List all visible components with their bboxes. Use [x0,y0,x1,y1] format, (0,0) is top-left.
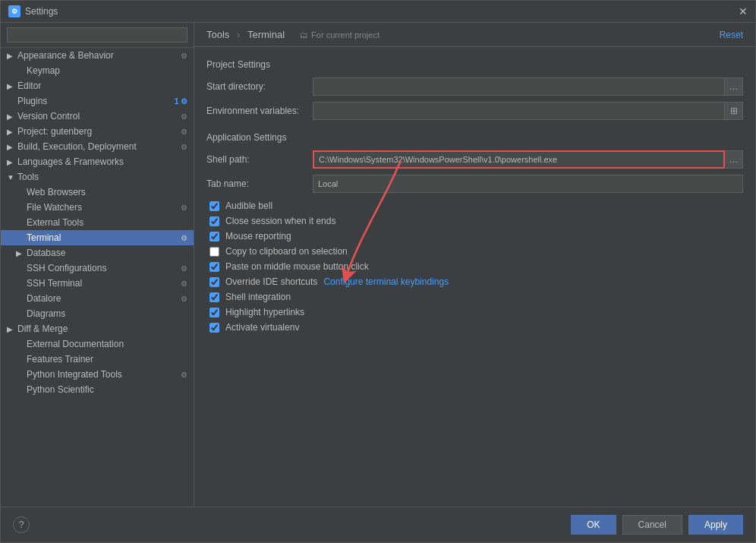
for-project-label: 🗂 For current project [300,30,380,39]
sidebar-item-python-integrated[interactable]: Python Integrated Tools ⚙ [1,367,194,382]
activate-virtualenv-checkbox[interactable] [209,323,219,333]
sidebar-item-ssh-terminal[interactable]: SSH Terminal ⚙ [1,276,194,291]
arrow-icon: ▶ [7,112,14,121]
sidebar-label: Project: gutenberg [17,126,92,137]
shell-integration-checkbox[interactable] [209,292,219,302]
sidebar-label: Features Trainer [27,354,93,365]
mouse-reporting-row: Mouse reporting [206,231,743,242]
breadcrumb-root: Tools [206,29,229,40]
environment-variables-input[interactable] [313,102,725,120]
sidebar-label: Web Browsers [27,187,86,197]
arrow-icon: ▶ [7,82,14,90]
sidebar-label: Editor [17,81,41,91]
arrow-spacer [16,234,24,242]
sidebar-item-ssh-configurations[interactable]: SSH Configurations ⚙ [1,260,194,276]
application-settings-section: Application Settings Shell path: … Tab n… [206,132,743,333]
settings-icon: ⚙ [181,112,187,121]
arrow-icon: ▶ [7,158,14,166]
mouse-reporting-label: Mouse reporting [225,231,291,242]
override-ide-checkbox[interactable] [209,277,219,287]
settings-icon: ⚙ [181,128,187,136]
sidebar-label: Database [27,248,65,258]
audible-bell-checkbox[interactable] [209,201,219,211]
reset-button[interactable]: Reset [720,30,743,40]
sidebar-label: Diff & Merge [17,324,68,334]
arrow-spacer [16,279,24,288]
arrow-spacer [16,340,24,349]
arrow-spacer [16,295,24,303]
settings-icon: ⚙ [181,264,187,273]
search-input[interactable] [7,27,187,43]
sidebar-label: Appearance & Behavior [17,50,114,61]
sidebar-label: Python Scientific [27,384,94,395]
sidebar-item-diff-merge[interactable]: ▶ Diff & Merge [1,321,194,336]
sidebar-item-diagrams[interactable]: Diagrams [1,306,194,321]
sidebar-item-languages[interactable]: ▶ Languages & Frameworks [1,154,194,169]
copy-clipboard-row: Copy to clipboard on selection [206,246,743,257]
content-area: ▶ Appearance & Behavior ⚙ Keymap ▶ Edito… [1,23,755,507]
sidebar-item-file-watchers[interactable]: File Watchers ⚙ [1,200,194,215]
tab-name-row: Tab name: [206,175,743,193]
cancel-button[interactable]: Cancel [622,515,682,535]
sidebar-label: Languages & Frameworks [17,156,124,167]
close-session-checkbox[interactable] [209,216,219,226]
arrow-icon: ▶ [16,249,24,257]
sidebar-item-web-browsers[interactable]: Web Browsers [1,185,194,200]
sidebar-item-external-docs[interactable]: External Documentation [1,336,194,352]
arrow-spacer [16,264,24,273]
arrow-icon: ▶ [7,128,14,136]
copy-clipboard-checkbox[interactable] [209,247,219,257]
sidebar-item-build[interactable]: ▶ Build, Execution, Deployment ⚙ [1,139,194,154]
sidebar-item-datalore[interactable]: Datalore ⚙ [1,291,194,306]
sidebar-label: Python Integrated Tools [27,369,122,380]
override-ide-row: Override IDE shortcuts Configure termina… [206,276,743,287]
sidebar-label: Version Control [17,111,80,122]
sidebar-item-features-trainer[interactable]: Features Trainer [1,352,194,367]
sidebar-item-tools[interactable]: ▼ Tools [1,169,194,185]
sidebar-item-external-tools[interactable]: External Tools [1,215,194,230]
sidebar-item-database[interactable]: ▶ Database [1,245,194,260]
environment-variables-browse-button[interactable]: ⊞ [725,102,743,120]
sidebar-item-editor[interactable]: ▶ Editor [1,78,194,93]
app-icon: ⚙ [8,5,20,17]
audible-bell-row: Audible bell [206,200,743,211]
settings-icon: ⚙ [181,204,187,212]
shell-path-label: Shell path: [206,154,313,165]
tab-name-label: Tab name: [206,178,313,189]
mouse-reporting-checkbox[interactable] [209,232,219,242]
ok-button[interactable]: OK [571,515,616,535]
environment-variables-row: Environment variables: ⊞ [206,102,743,120]
help-button[interactable]: ? [13,516,30,533]
sidebar-item-python-scientific[interactable]: Python Scientific [1,382,194,397]
configure-keybindings-link[interactable]: Configure terminal keybindings [323,276,449,287]
sidebar-item-keymap[interactable]: Keymap [1,63,194,78]
bottom-bar: ? OK Cancel Apply [1,507,755,542]
sidebar-item-terminal[interactable]: Terminal ⚙ [1,230,194,245]
highlight-hyperlinks-row: Highlight hyperlinks [206,307,743,317]
paste-middle-row: Paste on middle mouse button click [206,261,743,272]
start-directory-browse-button[interactable]: … [725,77,743,96]
close-session-label: Close session when it ends [225,216,335,226]
sidebar-item-appearance[interactable]: ▶ Appearance & Behavior ⚙ [1,48,194,63]
paste-middle-checkbox[interactable] [209,262,219,272]
shell-path-browse-button[interactable]: … [725,150,743,169]
settings-icon: ⚙ [181,143,187,151]
window-title: Settings [25,6,58,17]
sidebar-item-plugins[interactable]: Plugins 1 ⚙ [1,93,194,109]
sidebar-item-project[interactable]: ▶ Project: gutenberg ⚙ [1,124,194,139]
shell-path-input[interactable] [313,150,725,169]
highlight-hyperlinks-checkbox[interactable] [209,308,219,317]
sidebar-label: Build, Execution, Deployment [17,141,137,152]
sidebar-item-version-control[interactable]: ▶ Version Control ⚙ [1,109,194,124]
breadcrumb-current: Terminal [247,29,285,40]
close-button[interactable]: ✕ [739,5,748,17]
sidebar-label: External Documentation [27,339,124,349]
paste-middle-label: Paste on middle mouse button click [225,261,369,272]
sidebar-label: Tools [17,172,39,182]
start-directory-input[interactable] [313,77,725,96]
settings-dialog: ⚙ Settings ✕ ▶ Appearance & Behavior ⚙ K… [0,0,756,543]
arrow-spacer [16,371,24,379]
tab-name-input[interactable] [313,175,743,193]
apply-button[interactable]: Apply [688,515,743,535]
activate-virtualenv-row: Activate virtualenv [206,322,743,333]
